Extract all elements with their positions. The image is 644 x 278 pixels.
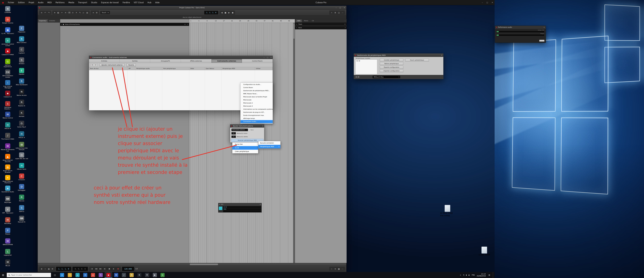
notification-center-icon[interactable]: ▤ [488, 274, 491, 276]
transport-button[interactable]: |◀ [90, 267, 94, 271]
tempo-display[interactable]: 120.000 [122, 267, 134, 271]
taskbar-app-button[interactable]: W [112, 272, 120, 278]
io-channels-track[interactable]: ▾ ▣ Voies d'Entrée/Sortie ≣⊙ [60, 23, 189, 26]
desktop-icon[interactable]: M MonoPoly [1, 217, 15, 228]
menubar-item[interactable]: Transport [76, 0, 89, 5]
desktop-icon[interactable]: S Strobe2 [15, 57, 28, 68]
fold-icon[interactable]: ▾ [61, 24, 62, 25]
plus-icon[interactable]: ＋ [296, 27, 298, 29]
snap-button[interactable]: ⇥ [92, 11, 95, 14]
table-column-header[interactable]: Périphérique audio [135, 67, 162, 70]
taskbar-app-button[interactable]: ❒ [66, 272, 74, 278]
menubar-item[interactable]: Edition [16, 0, 27, 5]
rack-tab[interactable]: CR [310, 19, 315, 22]
desktop-icon[interactable]: N Native Access [15, 89, 28, 100]
table-column-header[interactable]: Utilisé [255, 67, 273, 70]
menubar-item[interactable]: Fenêtre [121, 0, 132, 5]
desktop-icon[interactable]: e eLicenser Control Center [1, 38, 15, 48]
rack-widget-row[interactable] [223, 210, 261, 212]
menu-item[interactable]: Créer périphérique [232, 150, 258, 153]
toolbar-button[interactable]: ⋯ [341, 11, 344, 14]
window-control-icon[interactable]: □ [340, 7, 341, 9]
rack-tab[interactable]: VSTi [296, 19, 302, 22]
taskbar-app-button[interactable]: G [159, 272, 166, 278]
track-option-icon[interactable]: ≣ [184, 23, 186, 25]
mini-transport-button[interactable]: ◀ [220, 11, 224, 14]
tool-button[interactable]: ≋ [64, 11, 67, 14]
desktop-icon[interactable]: ▤ natural force des français [15, 142, 28, 152]
tray-chevron-icon[interactable]: ∧ [460, 274, 461, 276]
desktop-icon[interactable]: ◆ Cubase 8.5 64bit [1, 48, 15, 59]
vsti-track-section-header[interactable]: ＋ Track ⚙ [295, 22, 346, 26]
transport-button[interactable]: ▶| [103, 267, 107, 271]
menu-item[interactable]: Durée d'enregistrement max. [240, 114, 273, 117]
gear-icon[interactable]: ⚙ [344, 23, 346, 25]
vsti-rack-section-header[interactable]: ＋ Rack ▾ [295, 26, 346, 29]
window-control-icon[interactable]: ‒ [482, 1, 483, 3]
connections-tab[interactable]: Entrées [89, 59, 120, 63]
desktop-icon[interactable]: W WAVESTATION [1, 238, 15, 249]
table-column-header[interactable]: Nom de bus [89, 67, 128, 70]
rack-widget-header[interactable]: ≡ 001 ✕ [218, 203, 262, 206]
menubar-item[interactable]: Studio [89, 0, 99, 5]
connections-tab[interactable]: Groupes/FX [150, 59, 181, 63]
instrument-power-button[interactable] [219, 207, 222, 210]
transport-option-button[interactable]: ≋ [334, 267, 337, 271]
rack-widget-row[interactable]: 01 W [223, 206, 261, 208]
desktop-icon[interactable]: P Polysix [1, 228, 15, 238]
table-column-header[interactable]: HP [128, 67, 135, 70]
desktop-icon[interactable]: H HALion Sonic [15, 163, 28, 174]
window-titlebar[interactable]: ◆ Gestionnaire de périphériques MIDI ✕ [354, 53, 443, 57]
close-icon[interactable]: ✕ [441, 54, 442, 56]
menubar-item[interactable]: Media [66, 0, 76, 5]
desktop-icon[interactable]: R ROLI Connect [15, 36, 28, 47]
menu-item[interactable]: Gestionnaire de plug-ins VST... [240, 111, 273, 114]
horizontal-scrollbar[interactable] [38, 263, 346, 266]
transport-option-button[interactable]: ≣ [40, 267, 43, 271]
transport-button[interactable]: ◀◀ [94, 267, 98, 271]
tool-button[interactable]: ✂ [60, 11, 64, 14]
close-icon[interactable]: ✕ [262, 125, 264, 127]
window-control-icon[interactable]: ‒ [264, 57, 264, 58]
connections-tab[interactable]: Instruments externes [212, 59, 242, 63]
transport-option-button[interactable]: ▦ [337, 267, 340, 271]
taskbar-app-button[interactable]: e [58, 272, 66, 278]
project-window-titlebar[interactable]: ◆ Projet Cubase Pro - Sans titre1 ‒□✕ [38, 6, 346, 10]
window-control-icon[interactable]: ‒ [336, 7, 337, 9]
menubar-item[interactable]: Espaces de travail [99, 0, 121, 5]
desktop-icon[interactable]: ◫ copie disk dur ssd [15, 152, 28, 163]
desktop-icon[interactable]: ◎ Google Chrome [1, 17, 15, 27]
window-control-icon[interactable]: ✕ [344, 7, 345, 9]
taskbar-app-button[interactable]: ▶ [151, 272, 159, 278]
desktop-icon[interactable]: F FXpansion [15, 26, 28, 36]
menubar-item[interactable]: VST Cloud [132, 0, 146, 5]
open-device-button[interactable]: Ouvrir périphérique [405, 59, 429, 61]
taskbar-app-button[interactable]: N [128, 272, 136, 278]
desktop-file-icon[interactable]: Ui Mux [HQ] ma comp [440, 205, 455, 217]
menu-item[interactable]: Périphériques MIDI ▸ [258, 145, 280, 148]
taskbar-app-button[interactable]: ◆ [104, 272, 112, 278]
desktop-icon[interactable]: EW EW Installation Center [1, 69, 15, 80]
menu-item[interactable]: Aucune connexion [258, 141, 280, 145]
desktop-icon[interactable]: M MS-20 [1, 260, 15, 270]
toolbar-button[interactable]: ≣ [334, 11, 337, 14]
desktop-icon[interactable]: ▣ Cu PC - Raccourci [1, 27, 15, 38]
transport-button[interactable]: ■ [107, 267, 112, 271]
toolbar-button[interactable]: ≡ [40, 11, 43, 14]
toolbar-button[interactable]: ↷ [47, 11, 50, 14]
menu-item[interactable]: Aucun lien [232, 142, 258, 146]
close-icon[interactable]: ✕ [260, 204, 261, 205]
table-column-header[interactable]: Gain Retour [205, 67, 222, 70]
dialog-titlebar[interactable]: ◆ Ajouter instrument externe ✕ [230, 124, 264, 128]
snap-button[interactable]: ⊞ [95, 11, 98, 14]
timeline-ruler[interactable]: 15913172125293337414549 [189, 19, 295, 23]
desktop-icon[interactable]: ✦ Avast Cleanup Premium [1, 175, 15, 186]
desktop-icon[interactable]: G GeForce Experience [1, 59, 15, 69]
tray-icon[interactable]: ⇅ [463, 274, 464, 276]
toolbar-position-display[interactable]: 1. 1. 1. 0 [204, 11, 218, 14]
midi-output-dropdown[interactable]: MIDIout 6 Elna ▾ [372, 76, 400, 78]
table-column-header[interactable]: Périphérique MIDI [222, 67, 255, 70]
automation-mode-dropdown[interactable]: Touch ▾ [100, 11, 110, 14]
install-device-button[interactable]: Installer périphérique [380, 59, 403, 61]
inspector-tab[interactable]: Visibilité [48, 19, 56, 22]
